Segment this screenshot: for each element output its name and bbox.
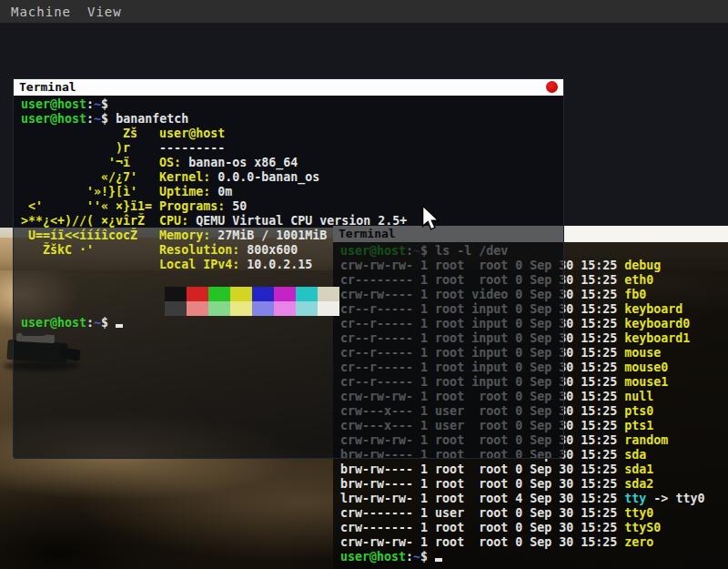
fetch-label: Memory: bbox=[159, 229, 217, 242]
ls-row: lrw-rw-rw- 1 root root 4 Sep 30 15:25 tt… bbox=[340, 492, 728, 506]
fetch-line: «/¿7' Kernel: 0.0.0-banan_os bbox=[21, 170, 563, 185]
ascii-art bbox=[21, 258, 159, 271]
file-name: keyboard0 bbox=[624, 317, 690, 330]
fetch-line: )r --------- bbox=[21, 141, 563, 156]
ascii-art: U==íï<<íííîcocŽ bbox=[21, 229, 159, 242]
fetch-line: '¬ï OS: banan-os x86_64 bbox=[21, 156, 563, 170]
fetch-value: QEMU Virtual CPU version 2.5+ bbox=[196, 214, 407, 228]
file-name: ttyS0 bbox=[624, 521, 661, 534]
fetch-line: Local IPv4: 10.0.2.15 bbox=[21, 258, 563, 272]
palette-swatch bbox=[208, 301, 230, 316]
ascii-art: «/¿7' bbox=[21, 170, 159, 184]
blank-line bbox=[21, 272, 563, 287]
fetch-label: CPU: bbox=[159, 214, 196, 228]
file-name: null bbox=[624, 390, 653, 403]
fetch-line: ŽškC ·' Resolution: 800x600 bbox=[21, 243, 563, 258]
fetch-line: >**¿<+)//( ×¿vîrŽ CPU: QEMU Virtual CPU … bbox=[21, 214, 563, 229]
ascii-art: )r bbox=[21, 141, 159, 155]
file-name: random bbox=[624, 433, 668, 447]
ls-row: crw------- 1 root root 0 Sep 30 15:25 tt… bbox=[340, 521, 728, 535]
palette-swatch bbox=[274, 287, 296, 301]
terminal1-history-prompt: user@host:~$ bbox=[21, 97, 563, 112]
terminal1-prompt-line: user@host:~$ bbox=[21, 316, 563, 330]
fetch-output: Zš user@host )r --------- '¬ï OS: banan-… bbox=[21, 127, 563, 272]
ascii-art: <' ''« ×}ï1= bbox=[21, 199, 159, 213]
fetch-value: 50 bbox=[232, 199, 247, 213]
ascii-art: ŽškC ·' bbox=[21, 243, 159, 257]
ls-row: brw-rw---- 1 root root 0 Sep 30 15:25 sd… bbox=[340, 462, 728, 477]
terminal1-title: Terminal bbox=[19, 80, 76, 94]
fetch-value: banan-os x86_64 bbox=[188, 156, 298, 169]
palette-swatch bbox=[318, 287, 339, 301]
file-name: sda bbox=[624, 448, 646, 462]
fetch-label: Local IPv4: bbox=[159, 258, 247, 271]
fetch-value: 10.0.2.15 bbox=[247, 258, 312, 271]
file-name: mouse0 bbox=[624, 361, 668, 374]
palette-swatch bbox=[165, 301, 187, 316]
ascii-art: Zš bbox=[21, 127, 159, 140]
text-cursor bbox=[116, 324, 123, 328]
fetch-value: 800x600 bbox=[247, 243, 298, 257]
menu-bar: MachineView bbox=[0, 0, 728, 23]
text-cursor bbox=[435, 558, 442, 562]
fetch-line: '»!}[ì' Uptime: 0m bbox=[21, 185, 563, 199]
file-name: keyboard bbox=[624, 302, 682, 316]
file-name: tty0 bbox=[624, 506, 653, 520]
ls-row: crw------- 1 user root 0 Sep 30 15:25 tt… bbox=[340, 506, 728, 521]
file-name: keyboard1 bbox=[624, 331, 690, 345]
menu-items: MachineView bbox=[7, 3, 135, 20]
file-name: tty bbox=[624, 492, 646, 505]
palette-swatch bbox=[187, 301, 208, 316]
close-button[interactable] bbox=[546, 81, 558, 93]
vm-screen: MachineView Terminal user@host:~$ ls -l … bbox=[0, 0, 728, 569]
color-palette-row1 bbox=[165, 287, 563, 301]
terminal1-command-line: user@host:~$ bananfetch bbox=[21, 112, 563, 127]
fetch-label: user@host bbox=[159, 127, 225, 140]
palette-swatch bbox=[165, 287, 187, 301]
ascii-art: '»!}[ì' bbox=[21, 185, 159, 198]
file-name: pts1 bbox=[624, 419, 653, 432]
fetch-value: 27MiB / 1001MiB bbox=[217, 229, 327, 242]
palette-swatch bbox=[208, 287, 230, 301]
fetch-value: --------- bbox=[159, 141, 225, 155]
file-name: debug bbox=[624, 259, 661, 272]
terminal2-prompt-line: user@host:~$ bbox=[340, 550, 728, 564]
fetch-line: Zš user@host bbox=[21, 127, 563, 141]
fetch-label: Kernel: bbox=[159, 170, 217, 184]
palette-swatch bbox=[252, 287, 274, 301]
file-name: zero bbox=[624, 535, 653, 549]
palette-swatch bbox=[296, 287, 318, 301]
palette-swatch bbox=[187, 287, 208, 301]
palette-swatch bbox=[230, 301, 252, 316]
fetch-line: U==íï<<íííîcocŽ Memory: 27MiB / 1001MiB bbox=[21, 229, 563, 243]
fetch-label: Uptime: bbox=[159, 185, 217, 198]
file-name: mouse1 bbox=[624, 375, 668, 389]
mouse-pointer-icon bbox=[421, 206, 440, 231]
ls-row: crw-rw-rw- 1 root root 0 Sep 30 15:25 ze… bbox=[340, 535, 728, 550]
file-name: sda2 bbox=[624, 477, 653, 491]
file-name: fb0 bbox=[624, 288, 646, 301]
file-name: eth0 bbox=[624, 273, 653, 287]
fetch-value: 0m bbox=[217, 185, 232, 198]
file-name: pts0 bbox=[624, 404, 653, 418]
file-name: sda1 bbox=[624, 462, 653, 476]
ascii-art: '¬ï bbox=[21, 156, 159, 169]
palette-swatch bbox=[252, 301, 274, 316]
color-palette-row2 bbox=[165, 301, 563, 316]
fetch-value: 0.0.0-banan_os bbox=[217, 170, 319, 184]
palette-swatch bbox=[318, 301, 339, 316]
terminal1-body[interactable]: user@host:~$ user@host:~$ bananfetch Zš … bbox=[14, 96, 563, 458]
terminal-window-focused[interactable]: Terminal user@host:~$ user@host:~$ banan… bbox=[13, 78, 564, 459]
fetch-label: Programs: bbox=[159, 199, 232, 213]
ls-row: brw-rw---- 1 root root 0 Sep 30 15:25 sd… bbox=[340, 477, 728, 492]
ascii-art: >**¿<+)//( ×¿vîrŽ bbox=[21, 214, 159, 228]
menu-item[interactable]: Machine bbox=[7, 5, 84, 19]
terminal1-titlebar[interactable]: Terminal bbox=[14, 79, 563, 96]
menu-item[interactable]: View bbox=[84, 5, 135, 19]
palette-swatch bbox=[230, 287, 252, 301]
fetch-line: <' ''« ×}ï1= Programs: 50 bbox=[21, 199, 563, 214]
fetch-label: OS: bbox=[159, 156, 188, 169]
file-name: mouse bbox=[624, 346, 661, 360]
palette-swatch bbox=[274, 301, 296, 316]
palette-swatch bbox=[296, 301, 318, 316]
